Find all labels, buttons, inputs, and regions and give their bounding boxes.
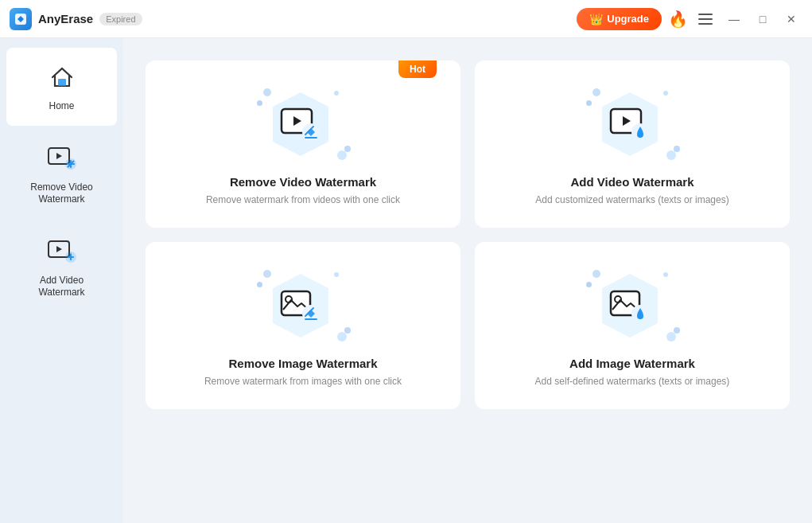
add-video-main-icon [609,106,655,142]
app-logo [10,8,32,30]
add-image-card-icon-wrap [585,266,680,345]
svg-rect-4 [58,79,66,86]
remove-video-card-desc: Remove watermark from videos with one cl… [206,194,400,205]
add-image-card-title: Add Image Watermark [569,357,695,370]
flame-icon: 🔥 [668,10,688,29]
crown-icon: 👑 [589,13,603,25]
maximize-button[interactable]: □ [752,8,774,30]
svg-rect-1 [698,14,713,15]
sidebar-item-add-video[interactable]: Add VideoWatermark [6,222,117,312]
sidebar: Home Remove VideoWatermark [0,38,123,523]
minimize-button[interactable]: — [723,8,745,30]
remove-video-icon [45,142,79,175]
sidebar-add-video-label: Add VideoWatermark [38,275,84,299]
close-icon: ✕ [787,13,796,25]
home-icon [45,60,79,94]
upgrade-button[interactable]: 👑 Upgrade [577,8,662,30]
menu-button[interactable] [694,8,717,30]
add-video-card-icon-wrap [585,84,680,164]
minimize-icon: — [728,13,740,25]
app-name: AnyErase [38,12,93,25]
title-bar-left: AnyErase Expired [10,8,142,30]
card-remove-video-watermark[interactable]: Hot [146,60,460,228]
remove-video-card-title: Remove Video Watermark [230,175,376,189]
add-image-card-desc: Add self-defined watermarks (texts or im… [535,376,730,387]
svg-marker-6 [56,153,62,159]
add-video-card-desc: Add customized watermarks (texts or imag… [535,194,728,205]
remove-video-main-icon [280,106,326,142]
sidebar-remove-video-label: Remove VideoWatermark [30,181,93,206]
close-button[interactable]: ✕ [780,8,802,30]
upgrade-label: Upgrade [607,13,649,25]
maximize-icon: □ [760,13,766,25]
remove-image-card-icon-wrap [255,266,351,345]
remove-image-main-icon [280,287,326,324]
title-bar-right: 👑 Upgrade 🔥 — □ ✕ [577,8,802,30]
add-video-card-title: Add Video Watermark [570,175,694,189]
cards-grid: Hot [146,60,790,409]
svg-rect-2 [698,18,713,20]
content-area: Hot [123,38,812,523]
sidebar-item-home[interactable]: Home [6,48,117,126]
card-add-image-watermark[interactable]: Add Image Watermark Add self-defined wat… [475,242,790,409]
card-add-video-watermark[interactable]: Add Video Watermark Add customized water… [475,60,790,228]
sidebar-item-remove-video[interactable]: Remove VideoWatermark [6,129,117,219]
hot-badge: Hot [398,60,437,78]
remove-image-card-title: Remove Image Watermark [228,357,377,370]
remove-video-card-icon-wrap [255,84,351,164]
expired-badge: Expired [99,13,142,25]
remove-image-card-desc: Remove watermark from images with one cl… [204,376,402,387]
card-remove-image-watermark[interactable]: Remove Image Watermark Remove watermark … [146,242,460,409]
add-video-icon [45,235,79,268]
title-bar: AnyErase Expired 👑 Upgrade 🔥 — □ ✕ [0,0,812,38]
svg-rect-3 [698,23,713,25]
svg-marker-9 [56,246,62,252]
add-image-main-icon [609,287,655,324]
sidebar-home-label: Home [49,100,74,113]
main-layout: Home Remove VideoWatermark [0,38,812,523]
